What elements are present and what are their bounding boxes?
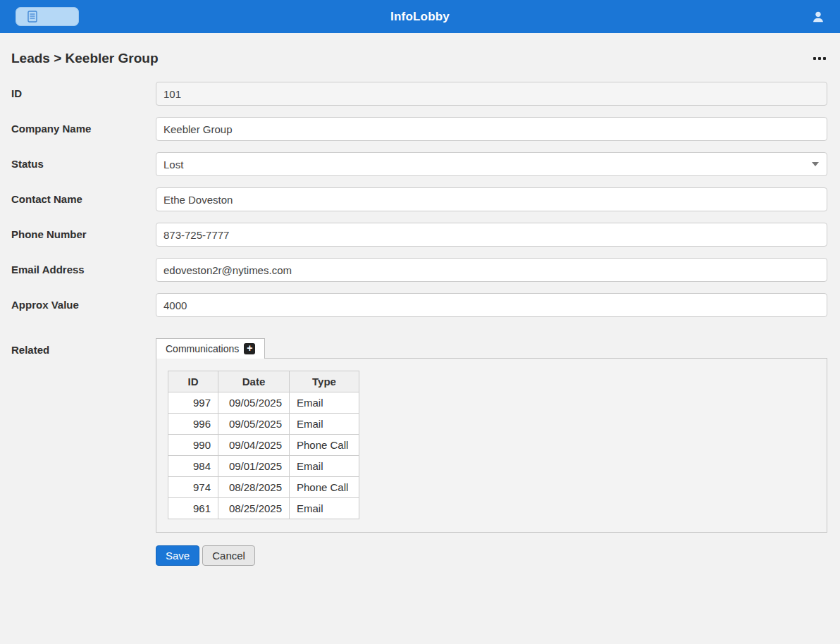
phone-number-field[interactable]	[156, 223, 827, 247]
phone-number-label: Phone Number	[11, 223, 156, 247]
status-label: Status	[11, 152, 156, 176]
field-row-status: Status Lost	[11, 152, 827, 176]
field-row-company-name: Company Name	[11, 117, 827, 141]
app-header: InfoLobby	[0, 0, 840, 33]
table-row[interactable]: 961 08/25/2025 Email	[168, 498, 359, 519]
id-field[interactable]	[156, 82, 827, 106]
ellipsis-icon	[813, 57, 816, 60]
person-icon	[810, 9, 826, 25]
field-row-phone-number: Phone Number	[11, 223, 827, 247]
table-header-row: ID Date Type	[168, 371, 359, 392]
field-row-email-address: Email Address	[11, 258, 827, 282]
more-options-button[interactable]	[812, 54, 827, 63]
tab-communications[interactable]: Communications +	[156, 338, 265, 359]
table-row[interactable]: 974 08/28/2025 Phone Call	[168, 477, 359, 498]
field-row-approx-value: Approx Value	[11, 293, 827, 317]
contact-name-label: Contact Name	[11, 187, 156, 211]
field-row-contact-name: Contact Name	[11, 187, 827, 211]
column-header-date: Date	[218, 371, 290, 392]
table-row[interactable]: 990 09/04/2025 Phone Call	[168, 435, 359, 456]
cancel-button[interactable]: Cancel	[202, 545, 255, 566]
column-header-type: Type	[290, 371, 359, 392]
app-title: InfoLobby	[0, 10, 840, 24]
related-records-panel: ID Date Type 997 09/05/2025 Email 996	[156, 358, 827, 533]
user-account-button[interactable]	[810, 9, 826, 25]
table-row[interactable]: 984 09/01/2025 Email	[168, 456, 359, 477]
field-row-related: Related Communications + ID Date Type	[11, 338, 827, 533]
tab-communications-label: Communications	[166, 343, 239, 354]
approx-value-field[interactable]	[156, 293, 827, 317]
email-address-field[interactable]	[156, 258, 827, 282]
column-header-id: ID	[168, 371, 218, 392]
field-row-id: ID	[11, 82, 827, 106]
communications-table: ID Date Type 997 09/05/2025 Email 996	[168, 371, 359, 519]
status-select[interactable]: Lost	[156, 152, 827, 176]
contact-name-field[interactable]	[156, 187, 827, 211]
breadcrumb: Leads > Keebler Group	[11, 51, 159, 66]
save-button[interactable]: Save	[156, 545, 199, 566]
company-name-field[interactable]	[156, 117, 827, 141]
lead-form: ID Company Name Status Lost Contact Name…	[0, 82, 840, 533]
email-address-label: Email Address	[11, 258, 156, 282]
company-name-label: Company Name	[11, 117, 156, 141]
table-row[interactable]: 997 09/05/2025 Email	[168, 392, 359, 414]
approx-value-label: Approx Value	[11, 293, 156, 317]
table-row[interactable]: 996 09/05/2025 Email	[168, 414, 359, 435]
id-label: ID	[11, 82, 156, 106]
add-communication-button[interactable]: +	[244, 343, 255, 354]
related-label: Related	[11, 338, 156, 533]
